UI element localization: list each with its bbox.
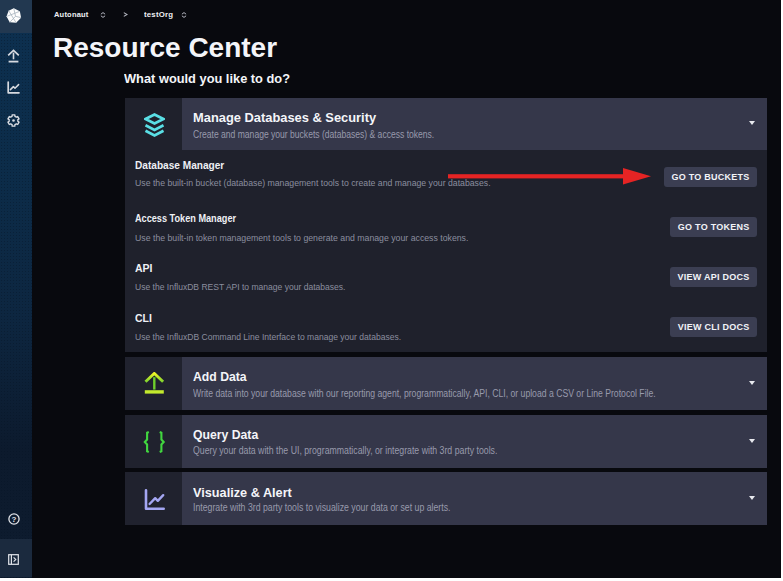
svg-text:?: ? <box>12 515 17 524</box>
